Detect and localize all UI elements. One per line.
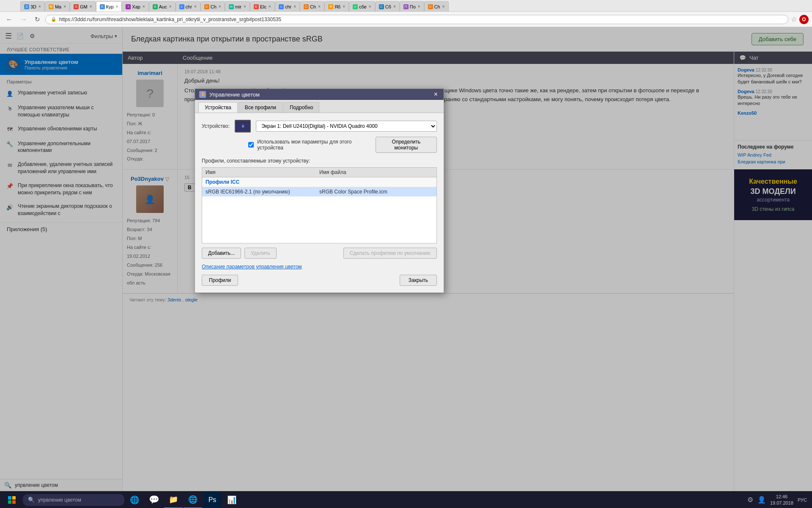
- reload-button[interactable]: ↻: [32, 15, 43, 24]
- tab-details[interactable]: Подробно: [283, 102, 320, 113]
- dialog-title: Управление цветом: [209, 91, 260, 98]
- tab-3[interactable]: GGM×: [70, 1, 96, 11]
- forward-button[interactable]: →: [18, 15, 30, 24]
- tab-6[interactable]: AAuc×: [149, 1, 176, 11]
- add-profile-button[interactable]: Добавить...: [202, 248, 241, 259]
- profiles-button[interactable]: Профили: [202, 275, 238, 286]
- tab-devices[interactable]: Устройства: [198, 102, 238, 113]
- make-default-button[interactable]: Сделать профилем по умолчанию: [343, 248, 437, 259]
- back-button[interactable]: ←: [3, 15, 15, 24]
- svg-rect-0: [8, 496, 11, 500]
- tab-16[interactable]: ППо×: [400, 1, 424, 11]
- svg-rect-2: [8, 500, 11, 504]
- dialog-close-button[interactable]: Закрыть: [400, 275, 437, 286]
- icc-profiles-section: Профили ICC: [202, 177, 436, 187]
- tab-17[interactable]: CCh×: [424, 1, 449, 11]
- taskbar-photoshop[interactable]: Ps: [203, 491, 222, 508]
- profile-name: sRGB IEC61966-2.1 (по умолчанию): [206, 189, 319, 195]
- taskbar: 🔍 упрвление цветом 🌐 💬 📁 🌐 Ps 📊 ⚙ 👤 12:4…: [0, 491, 812, 508]
- taskbar-lang: РУС: [798, 497, 807, 502]
- tab-12[interactable]: CCh×: [300, 1, 324, 11]
- monitor-icon: 🖥: [235, 120, 251, 133]
- taskbar-cortana[interactable]: 🌐: [125, 491, 144, 508]
- bookmark-button[interactable]: ☆: [791, 15, 797, 23]
- tab-15[interactable]: ССб×: [375, 1, 400, 11]
- tab-13[interactable]: ЯЯб×: [324, 1, 349, 11]
- taskbar-user-icon[interactable]: 👤: [757, 496, 766, 504]
- table-col-filename: Имя файла: [319, 169, 433, 175]
- address-bar[interactable]: 🔒 https://3ddd.ru/forum/thread/show/blek…: [45, 15, 788, 24]
- taskbar-date: 19.07.2018: [770, 500, 793, 506]
- checkbox-label: Использовать мои параметры для этого уст…: [257, 139, 372, 151]
- address-text: https://3ddd.ru/forum/thread/show/blekla…: [59, 17, 783, 22]
- tab-10[interactable]: EElc×: [250, 1, 275, 11]
- tab-11[interactable]: cchr×: [275, 1, 300, 11]
- device-select[interactable]: Экран 1: Dell U2410(Digital) - NVIDIA Qu…: [256, 121, 437, 132]
- profiles-table: Имя Имя файла Профили ICC sRGB IEC61966-…: [202, 167, 437, 243]
- dialog-titlebar: 🎨 Управление цветом ×: [195, 89, 444, 100]
- taskbar-skype[interactable]: 💬: [145, 491, 163, 508]
- opera-button[interactable]: O: [799, 15, 809, 24]
- tab-8[interactable]: CCh×: [200, 1, 225, 11]
- tab-all-profiles[interactable]: Все профили: [239, 102, 283, 113]
- tab-active[interactable]: ККур×: [96, 1, 122, 11]
- tab-14[interactable]: ссбе×: [349, 1, 375, 11]
- color-management-dialog[interactable]: 🎨 Управление цветом × Устройства Все про…: [195, 88, 444, 293]
- table-col-name: Имя: [206, 169, 319, 175]
- tab-7[interactable]: cchr×: [176, 1, 200, 11]
- profile-row[interactable]: sRGB IEC61966-2.1 (по умолчанию) sRGB Co…: [202, 187, 436, 196]
- description-link[interactable]: Описание параметров управления цветом: [202, 264, 437, 270]
- use-settings-checkbox[interactable]: [248, 142, 254, 148]
- taskbar-app5[interactable]: 📊: [222, 491, 241, 508]
- taskbar-chrome[interactable]: 🌐: [184, 491, 202, 508]
- tab-1[interactable]: 33D×: [20, 1, 45, 11]
- svg-rect-1: [12, 496, 16, 500]
- svg-rect-3: [12, 500, 16, 504]
- taskbar-time-display: 12:46 19.07.2018: [770, 494, 793, 506]
- remove-profile-button[interactable]: Удалить: [244, 248, 277, 259]
- taskbar-explorer[interactable]: 📁: [164, 491, 183, 508]
- profiles-section-title: Профили, сопоставляемые этому устройству…: [202, 158, 437, 164]
- dialog-overlay: 🎨 Управление цветом × Устройства Все про…: [0, 27, 812, 491]
- taskbar-search-area[interactable]: 🔍 упрвление цветом: [23, 494, 124, 506]
- taskbar-search-icon: 🔍: [28, 497, 35, 503]
- dialog-title-icon: 🎨: [199, 91, 206, 98]
- start-button[interactable]: [2, 491, 22, 508]
- determine-monitors-button[interactable]: Определить мониторы: [376, 137, 437, 153]
- dialog-tab-bar: Устройства Все профили Подробно: [195, 100, 444, 113]
- profile-filename: sRGB Color Space Profile.icm: [319, 189, 433, 195]
- device-label: Устройство:: [202, 123, 230, 129]
- tab-2[interactable]: MMa×: [45, 1, 70, 11]
- tab-9[interactable]: mmir×: [225, 1, 250, 11]
- taskbar-settings-icon[interactable]: ⚙: [747, 496, 753, 504]
- taskbar-search-text: упрвление цветом: [38, 497, 81, 503]
- lock-icon: 🔒: [51, 17, 57, 22]
- windows-logo-icon: [8, 496, 16, 504]
- dialog-close-x-button[interactable]: ×: [432, 91, 439, 98]
- tab-5[interactable]: ХХар×: [122, 1, 148, 11]
- taskbar-time: 12:46: [770, 494, 793, 500]
